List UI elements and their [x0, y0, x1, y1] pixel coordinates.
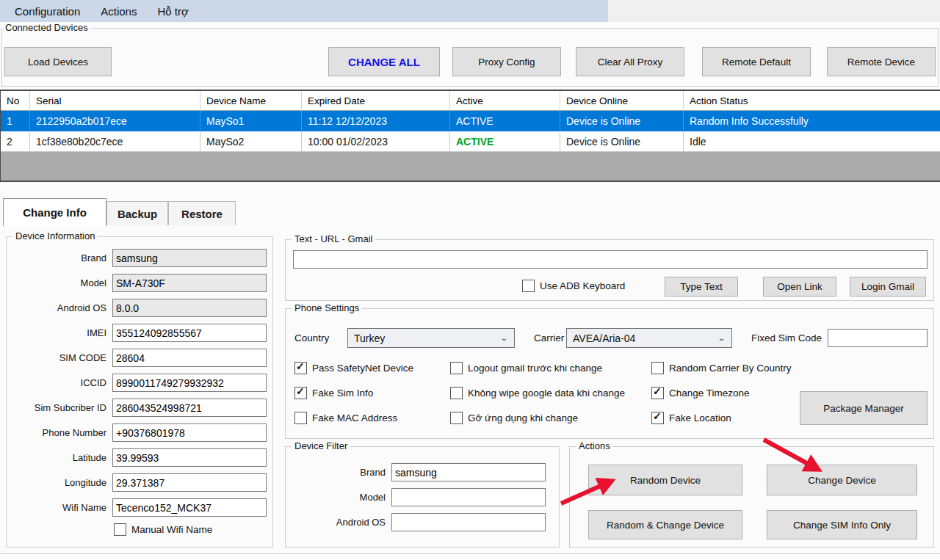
col-header-action-status[interactable]: Action Status [684, 91, 940, 111]
remote-device-button[interactable]: Remote Device [827, 47, 936, 76]
open-link-button[interactable]: Open Link [763, 277, 836, 297]
menu-configuration[interactable]: Configuration [4, 2, 90, 21]
country-label: Country [294, 332, 329, 343]
col-header-no[interactable]: No [1, 91, 30, 111]
filter-android-os-field[interactable] [391, 513, 546, 531]
grid-row-2[interactable]: 2 1cf38e80b20c7ece MaySo2 10:00 01/02/20… [1, 131, 940, 152]
pass-safetynet-checkbox[interactable]: Pass SafetyNet Device [294, 362, 413, 374]
cell-device-name: MaySo1 [200, 111, 302, 131]
logout-gmail-label: Logout gmail trước khi change [468, 363, 602, 374]
filter-brand-field[interactable] [391, 463, 546, 481]
checkbox-icon [651, 362, 664, 374]
cell-expired-date: 10:00 01/02/2023 [302, 131, 450, 152]
chevron-down-icon: ⌄ [500, 334, 508, 343]
device-information-title: Device Information [12, 230, 98, 241]
checkbox-icon [450, 412, 463, 424]
fake-location-label: Fake Location [669, 412, 731, 423]
iccid-label: ICCID [11, 377, 112, 388]
fake-mac-address-checkbox[interactable]: Fake MAC Address [294, 412, 397, 424]
longitude-label: Longitude [11, 477, 112, 488]
type-text-button[interactable]: Type Text [665, 277, 738, 297]
go-ung-dung-label: Gỡ ứng dụng khi change [468, 412, 578, 423]
khong-wipe-google-data-label: Không wipe google data khi change [468, 388, 625, 399]
phone-settings-title: Phone Settings [292, 302, 362, 313]
cell-action-status: Random Info Successfully [684, 111, 940, 131]
device-filter-group: Device Filter Brand Model Android OS [285, 446, 560, 548]
carrier-label: Carrier [534, 332, 564, 343]
wifi-name-label: Wifi Name [11, 502, 112, 513]
col-header-serial[interactable]: Serial [30, 91, 200, 111]
grid-header-row: No Serial Device Name Expired Date Activ… [1, 91, 940, 111]
change-device-button[interactable]: Change Device [767, 465, 917, 495]
change-sim-info-only-button[interactable]: Change SIM Info Only [767, 510, 917, 539]
pass-safetynet-label: Pass SafetyNet Device [312, 363, 413, 374]
model-field[interactable] [112, 274, 267, 292]
col-header-active[interactable]: Active [450, 91, 560, 111]
login-gmail-button[interactable]: Login Gmail [850, 277, 926, 297]
cell-device-online: Device is Online [560, 111, 684, 131]
filter-android-os-label: Android OS [286, 517, 391, 528]
carrier-value: AVEA/Aria-04 [573, 332, 635, 344]
country-select[interactable]: Turkey ⌄ [347, 328, 515, 348]
chevron-down-icon: ⌄ [717, 334, 726, 343]
fake-sim-info-checkbox[interactable]: Fake Sim Info [294, 387, 373, 399]
iccid-field[interactable] [112, 374, 267, 392]
sim-subscriber-id-field[interactable] [112, 399, 267, 417]
checkbox-icon [294, 412, 307, 424]
cell-active: ACTIVE [450, 111, 560, 131]
cell-active: ACTIVE [450, 131, 560, 152]
brand-field[interactable] [112, 249, 267, 267]
imei-field[interactable] [112, 324, 267, 342]
load-devices-button[interactable]: Load Devices [4, 47, 112, 76]
checkbox-icon [651, 387, 664, 399]
menu-ho-tro[interactable]: Hỗ trợ [147, 2, 198, 21]
random-carrier-by-country-checkbox[interactable]: Random Carrier By Country [651, 362, 792, 374]
latitude-field[interactable] [112, 448, 267, 467]
change-all-button[interactable]: CHANGE ALL [328, 47, 440, 76]
connected-devices-title: Connected Devices [2, 22, 91, 33]
use-adb-keyboard-checkbox[interactable]: Use ADB Keyboard [522, 280, 625, 292]
checkbox-icon [450, 362, 463, 374]
manual-wifi-name-checkbox[interactable]: Manual Wifi Name [114, 523, 268, 536]
fixed-sim-code-field[interactable] [828, 329, 928, 347]
checkbox-icon [114, 523, 126, 536]
cell-device-name: MaySo2 [200, 131, 302, 152]
logout-gmail-checkbox[interactable]: Logout gmail trước khi change [450, 362, 602, 374]
text-url-input[interactable] [293, 250, 928, 269]
fake-location-checkbox[interactable]: Fake Location [651, 412, 731, 424]
col-header-device-online[interactable]: Device Online [560, 91, 684, 111]
cell-serial: 2122950a2b017ece [30, 111, 200, 131]
top-bar: Configuration Actions Hỗ trợ [0, 0, 940, 22]
grid-row-1[interactable]: 1 2122950a2b017ece MaySo1 11:12 12/12/20… [1, 111, 940, 131]
khong-wipe-google-data-checkbox[interactable]: Không wipe google data khi change [450, 387, 625, 399]
tab-restore[interactable]: Restore [168, 201, 236, 225]
use-adb-keyboard-label: Use ADB Keyboard [540, 280, 625, 291]
tab-change-info[interactable]: Change Info [3, 198, 106, 226]
checkbox-icon [522, 280, 535, 292]
go-ung-dung-checkbox[interactable]: Gỡ ứng dụng khi change [450, 412, 578, 424]
fixed-sim-code-label: Fixed Sim Code [751, 332, 822, 343]
sim-code-field[interactable] [112, 349, 267, 367]
latitude-label: Latitude [11, 452, 112, 463]
android-os-field[interactable] [112, 299, 267, 317]
random-and-change-device-button[interactable]: Random & Change Device [588, 510, 742, 539]
remote-default-button[interactable]: Remote Default [702, 47, 811, 76]
random-device-button[interactable]: Random Device [588, 465, 742, 495]
wifi-name-field[interactable] [112, 498, 267, 517]
package-manager-button[interactable]: Package Manager [800, 391, 928, 425]
proxy-config-button[interactable]: Proxy Config [452, 47, 561, 76]
filter-model-field[interactable] [391, 488, 546, 506]
clear-all-proxy-button[interactable]: Clear All Proxy [576, 47, 684, 76]
change-timezone-checkbox[interactable]: Change Timezone [651, 387, 750, 399]
carrier-select[interactable]: AVEA/Aria-04 ⌄ [566, 328, 732, 348]
menu-actions[interactable]: Actions [90, 2, 147, 21]
tab-backup[interactable]: Backup [106, 201, 168, 225]
longitude-field[interactable] [112, 473, 267, 492]
phone-number-field[interactable] [112, 423, 267, 442]
android-os-label: Android OS [11, 302, 112, 313]
checkbox-icon [450, 387, 463, 399]
text-url-gmail-group: Text - URL - Gmail Use ADB Keyboard Type… [285, 239, 934, 301]
sim-code-label: SIM CODE [11, 352, 112, 363]
col-header-device-name[interactable]: Device Name [200, 91, 302, 111]
col-header-expired-date[interactable]: Expired Date [302, 91, 450, 111]
